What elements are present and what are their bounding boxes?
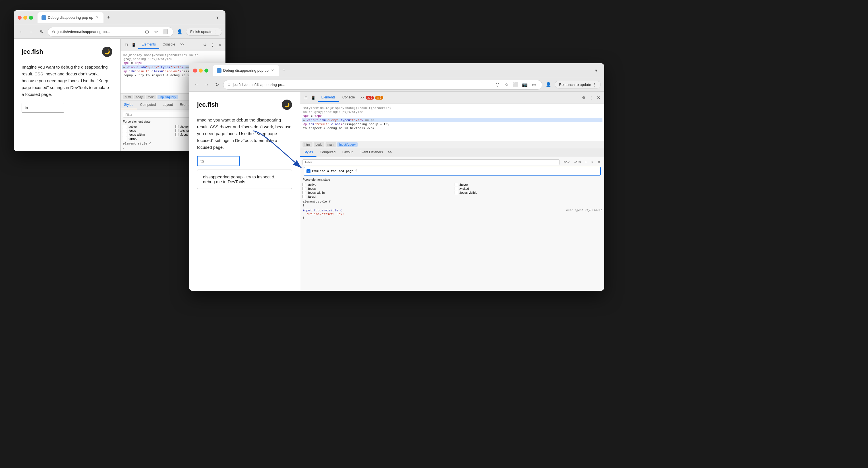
bc-body-2[interactable]: body xyxy=(314,142,324,147)
device-toolbar-icon[interactable]: 📱 xyxy=(131,42,136,48)
secure-icon-2: ⊙ xyxy=(227,83,230,87)
extensions-icon-2[interactable]: ⬜ xyxy=(512,81,520,89)
state-visited-2[interactable]: :visited xyxy=(455,187,602,190)
minimize-button-2[interactable] xyxy=(199,68,203,72)
address-field-1[interactable]: ⊙ jec.fish/demo/disappearing-po... ⬡ ☆ ⬜ xyxy=(48,27,174,37)
styles-tab-1[interactable]: Styles xyxy=(121,101,137,109)
page-description-1: Imagine you want to debug the dissappear… xyxy=(22,64,112,98)
reload-button-2[interactable]: ↻ xyxy=(213,81,221,89)
styles-tab-2[interactable]: Styles xyxy=(300,148,316,157)
maximize-button-2[interactable] xyxy=(205,68,208,72)
filter-input-1[interactable] xyxy=(123,112,194,117)
bc-html-2[interactable]: html xyxy=(303,142,312,147)
address-icons-1: ⬡ ☆ ⬜ xyxy=(143,28,169,36)
profile-icon-1[interactable]: 👤 xyxy=(176,28,184,36)
more-options-icon-2[interactable]: ⋮ xyxy=(588,95,594,100)
settings-icon-1[interactable]: ⚙ xyxy=(202,42,208,48)
more-tabs-icon-2[interactable]: >> xyxy=(358,94,366,101)
console-tab-1[interactable]: Console xyxy=(159,40,179,49)
more-style-tabs-2[interactable]: >> xyxy=(386,148,394,157)
new-tab-button-1[interactable]: + xyxy=(105,14,113,22)
state-target-2[interactable]: :target xyxy=(303,195,450,198)
tab-area-2: Debug disappearing pop up ✕ + xyxy=(213,65,590,76)
add-style-icon-2[interactable]: + xyxy=(583,160,588,165)
back-button-2[interactable]: ← xyxy=(192,81,200,89)
device-toolbar-icon-2[interactable]: 📱 xyxy=(310,95,316,100)
event-listeners-tab-2[interactable]: Event Listeners xyxy=(356,148,386,157)
inspect-element-icon[interactable]: ⊡ xyxy=(123,42,129,48)
cls-tag-2[interactable]: .cls xyxy=(572,160,582,165)
close-button-1[interactable] xyxy=(18,16,22,20)
more-tabs-icon-1[interactable]: >> xyxy=(179,40,186,49)
state-focus-1[interactable]: :focus xyxy=(123,129,171,132)
layout-tab-2[interactable]: Layout xyxy=(339,148,356,157)
state-hover-2[interactable]: :hover xyxy=(455,183,602,186)
settings-icon-2[interactable]: ⚙ xyxy=(581,95,587,100)
layout-tab-1[interactable]: Layout xyxy=(159,101,176,109)
state-focus-2[interactable]: :focus xyxy=(303,187,450,190)
more-options-icon-1[interactable]: ⋮ xyxy=(210,42,215,48)
state-active-2[interactable]: :active xyxy=(303,183,450,186)
back-button-1[interactable]: ← xyxy=(17,28,25,36)
devtools-panel-2: ⊡ 📱 Elements Console >> ⚠ 2 ⚠ 3 ⚙ ⋮ ✕ <s… xyxy=(300,92,604,291)
emulate-focused-checkbox[interactable]: ✓ xyxy=(307,169,310,173)
forward-button-1[interactable]: → xyxy=(27,28,35,36)
cast-icon-2[interactable]: ⬡ xyxy=(494,81,501,89)
demo-search-input-2[interactable] xyxy=(197,156,240,166)
traffic-lights-2 xyxy=(193,68,208,72)
dt2-html-line-5: <p id="result" class>dissappearing popup… xyxy=(302,122,602,126)
hov-tag-2[interactable]: :hov xyxy=(561,160,571,165)
minimize-button-1[interactable] xyxy=(23,16,27,20)
bc-input-2[interactable]: input#query xyxy=(337,142,358,147)
extensions-icon-1[interactable]: ⬜ xyxy=(161,28,169,36)
screenshot-icon-2[interactable]: 📷 xyxy=(521,81,529,89)
computed-tab-1[interactable]: Computed xyxy=(137,101,159,109)
state-focus-within-2[interactable]: :focus-within xyxy=(303,191,450,194)
bc-body-1[interactable]: body xyxy=(134,95,145,99)
tab-close-1[interactable]: ✕ xyxy=(95,16,99,20)
demo-search-input-1[interactable] xyxy=(22,103,64,113)
cast-icon[interactable]: ⬡ xyxy=(143,28,151,36)
bc-main-1[interactable]: main xyxy=(146,95,157,99)
profile-icon-2[interactable]: 👤 xyxy=(545,81,552,89)
inspect-element-icon-2[interactable]: ⊡ xyxy=(303,95,309,100)
filter-input-2[interactable] xyxy=(303,159,560,165)
state-focus-within-1[interactable]: :focus-within xyxy=(123,133,171,136)
elements-tab-2[interactable]: Elements xyxy=(318,93,339,102)
maximize-button-1[interactable] xyxy=(29,16,33,20)
bookmark-icon-1[interactable]: ☆ xyxy=(152,28,160,36)
close-button-2[interactable] xyxy=(193,68,197,72)
sidebar-icon-2[interactable]: ▭ xyxy=(530,81,538,89)
dark-mode-button-1[interactable]: 🌙 xyxy=(102,47,112,57)
bookmark-icon-2[interactable]: ☆ xyxy=(503,81,510,89)
computed-tab-2[interactable]: Computed xyxy=(316,148,339,157)
address-field-2[interactable]: ⊙ jec.fish/demo/disappearing-po... ⬡ ☆ ⬜… xyxy=(223,80,542,90)
forward-button-2[interactable]: → xyxy=(203,81,211,89)
new-tab-button-2[interactable]: + xyxy=(280,66,288,75)
tab-close-2[interactable]: ✕ xyxy=(270,68,275,73)
tab-2[interactable]: Debug disappearing pop up ✕ xyxy=(213,65,279,76)
relaunch-update-button[interactable]: Relaunch to update ⋮ xyxy=(555,81,601,88)
devtools-close-1[interactable]: ✕ xyxy=(217,42,223,48)
devtools-close-2[interactable]: ✕ xyxy=(596,95,601,100)
computed-style-icon[interactable]: ≡ xyxy=(596,159,602,165)
bc-input-1[interactable]: input#query xyxy=(157,95,178,99)
filter-bar-2: :hov .cls + ☀ ≡ xyxy=(303,159,602,165)
state-target-1[interactable]: :target xyxy=(123,137,171,140)
dark-mode-button-2[interactable]: 🌙 xyxy=(282,99,292,110)
reload-button-1[interactable]: ↻ xyxy=(37,28,45,36)
tab-list-button-2[interactable]: ▾ xyxy=(592,66,600,75)
elements-tab-1[interactable]: Elements xyxy=(138,40,159,49)
tab-list-button-1[interactable]: ▾ xyxy=(214,14,221,22)
state-active-1[interactable]: :active xyxy=(123,125,171,128)
bc-html-1[interactable]: html xyxy=(123,95,133,99)
toggle-light-dark-icon[interactable]: ☀ xyxy=(589,159,595,165)
tab-1[interactable]: Debug disappearing pop up ✕ xyxy=(37,12,103,23)
state-focus-visible-2[interactable]: :focus-visible xyxy=(455,191,602,194)
errors-badge-2: ⚠ 2 xyxy=(366,96,374,99)
console-tab-2[interactable]: Console xyxy=(339,93,358,102)
update-menu-icon: ⋮ xyxy=(214,30,218,34)
finish-update-button[interactable]: Finish update ⋮ xyxy=(186,28,222,35)
bc-main-2[interactable]: main xyxy=(326,142,336,147)
emulate-focused-help-icon[interactable]: ? xyxy=(355,169,358,173)
